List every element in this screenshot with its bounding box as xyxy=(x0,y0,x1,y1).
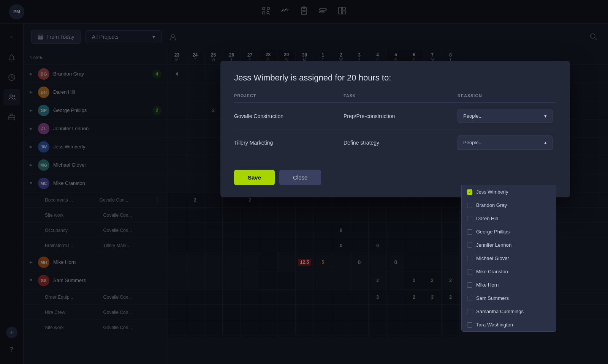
people-select-1[interactable]: People... ▾ xyxy=(458,109,553,123)
people-select-label: People... xyxy=(463,140,483,145)
modal: Jess Wimberly is assigned for 20 hours t… xyxy=(220,61,570,197)
people-select-2[interactable]: People... ▴ xyxy=(458,136,553,150)
save-button[interactable]: Save xyxy=(234,170,275,185)
modal-reassign-cell: People... ▴ xyxy=(458,129,556,156)
dropdown-item-samantha-cummings[interactable]: Samantha Cummings xyxy=(462,305,556,318)
modal-actions: Save Close xyxy=(234,170,556,185)
modal-project-cell: Govalle Construction xyxy=(234,103,344,129)
dropdown-item-daren-hill[interactable]: Daren Hill xyxy=(462,212,556,225)
checkbox-jess-wimberly[interactable] xyxy=(467,189,472,195)
modal-task-cell: Define strategy xyxy=(344,129,458,156)
checkbox-sam-summers[interactable] xyxy=(467,296,472,301)
modal-task-cell: Prep/Pre-construction xyxy=(344,103,458,129)
dropdown-item-label: Samantha Cummings xyxy=(476,309,524,314)
dropdown-item-george-phillips[interactable]: George Phillips xyxy=(462,225,556,238)
chevron-up-icon: ▴ xyxy=(544,140,547,145)
dropdown-item-michael-glover[interactable]: Michael Glover xyxy=(462,252,556,265)
checkbox-samantha-cummings[interactable] xyxy=(467,309,472,314)
modal-title: Jess Wimberly is assigned for 20 hours t… xyxy=(234,73,556,83)
checkbox-tara-washington[interactable] xyxy=(467,322,472,328)
checkbox-george-phillips[interactable] xyxy=(467,229,472,235)
table-row: Tillery Marketing Define strategy People… xyxy=(234,129,556,156)
dropdown-item-label: George Phillips xyxy=(476,229,510,235)
modal-overlay: Jess Wimberly is assigned for 20 hours t… xyxy=(0,0,608,364)
checkbox-brandon-gray[interactable] xyxy=(467,203,472,208)
people-select-label: People... xyxy=(463,113,483,119)
dropdown-item-label: Tara Washington xyxy=(476,322,513,328)
dropdown-item-label: Jennifer Lennon xyxy=(476,242,511,248)
close-button[interactable]: Close xyxy=(279,170,321,185)
table-row: Govalle Construction Prep/Pre-constructi… xyxy=(234,103,556,129)
dropdown-item-mike-cranston[interactable]: Mike Cranston xyxy=(462,265,556,278)
modal-reassign-cell: People... ▾ xyxy=(458,103,556,129)
project-col-header: PROJECT xyxy=(234,93,344,103)
checkbox-jennifer-lennon[interactable] xyxy=(467,243,472,248)
dropdown-item-sam-summers[interactable]: Sam Summers xyxy=(462,292,556,305)
task-col-header: TASK xyxy=(344,93,458,103)
dropdown-item-label: Michael Glover xyxy=(476,255,509,261)
checkbox-michael-glover[interactable] xyxy=(467,256,472,261)
dropdown-item-tara-washington[interactable]: Tara Washington xyxy=(462,318,556,331)
dropdown-item-mike-horn[interactable]: Mike Horn xyxy=(462,278,556,292)
checkbox-daren-hill[interactable] xyxy=(467,216,472,221)
dropdown-item-jess-wimberly[interactable]: Jess Wimberly xyxy=(462,185,556,199)
modal-table: PROJECT TASK REASSIGN Govalle Constructi… xyxy=(234,93,556,156)
dropdown-item-label: Mike Cranston xyxy=(476,269,508,274)
dropdown-item-brandon-gray[interactable]: Brandon Gray xyxy=(462,199,556,212)
chevron-down-icon: ▾ xyxy=(544,113,547,119)
dropdown-item-label: Mike Horn xyxy=(476,282,499,288)
dropdown-item-label: Sam Summers xyxy=(476,295,509,301)
reassign-col-header: REASSIGN xyxy=(458,93,556,103)
dropdown-item-label: Daren Hill xyxy=(476,216,498,221)
checkbox-mike-horn[interactable] xyxy=(467,282,472,288)
modal-project-cell: Tillery Marketing xyxy=(234,129,344,156)
dropdown-item-jennifer-lennon[interactable]: Jennifer Lennon xyxy=(462,238,556,252)
checkbox-mike-cranston[interactable] xyxy=(467,269,472,274)
people-dropdown: Jess Wimberly Brandon Gray Daren Hill Ge… xyxy=(461,185,556,332)
dropdown-item-label: Jess Wimberly xyxy=(476,189,508,195)
dropdown-item-label: Brandon Gray xyxy=(476,202,507,208)
